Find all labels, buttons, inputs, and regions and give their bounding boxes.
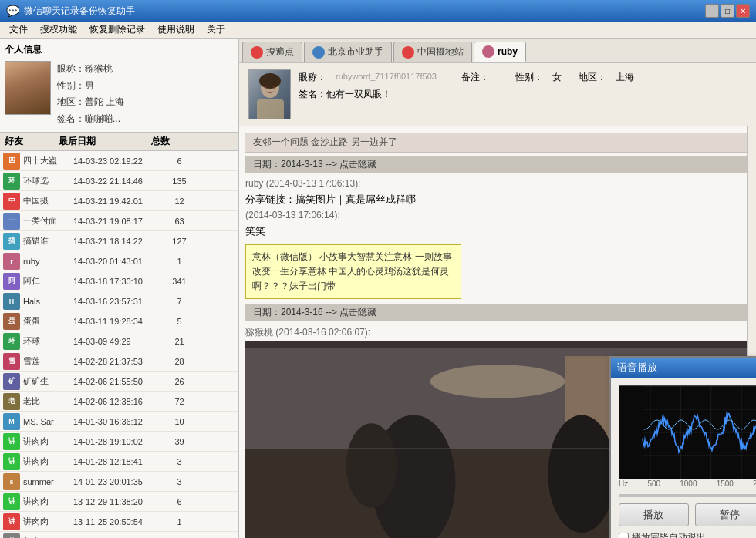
contact-nickname: rubyword_7117f80117f503 bbox=[336, 69, 437, 86]
friend-count: 6 bbox=[166, 156, 193, 166]
friend-name: 老比 bbox=[23, 395, 73, 407]
profile-avatar bbox=[5, 61, 51, 115]
tab-2[interactable]: 中国摄地站 bbox=[393, 42, 472, 62]
friend-count: 39 bbox=[166, 437, 193, 446]
tab-label-3: ruby bbox=[498, 46, 518, 57]
friend-name: Hals bbox=[23, 297, 73, 306]
play-button[interactable]: 播放 bbox=[619, 503, 689, 526]
date-separator-1[interactable]: 日期：2014-3-13 --> 点击隐藏 bbox=[245, 156, 750, 173]
friend-avatar: H bbox=[3, 293, 20, 310]
friend-avatar: 讲 bbox=[3, 513, 20, 530]
friend-row[interactable]: MMS. Sar14-01-30 16:36:1210 bbox=[0, 412, 238, 432]
friend-date: 14-01-28 12:18:41 bbox=[73, 457, 166, 466]
friend-row[interactable]: HHals14-03-16 23:57:317 bbox=[0, 291, 238, 311]
friend-name: 环球选 bbox=[23, 175, 73, 187]
friend-avatar: r bbox=[3, 253, 20, 270]
friend-link-bar: 友邻一个问题 金沙止路 另一边并了 bbox=[245, 133, 750, 153]
friend-row[interactable]: 矿矿矿生14-02-06 21:55:5026 bbox=[0, 372, 238, 392]
friend-row[interactable]: 老老比14-02-06 12:38:1672 bbox=[0, 392, 238, 412]
friend-avatar: 环 bbox=[3, 333, 20, 350]
profile-section: 个人信息 眼称：猕猴桃 性别：男 地区：普陀 上海 签名：嘣嘣嘣... bbox=[0, 39, 238, 133]
menu-restore[interactable]: 恢复删除记录 bbox=[83, 22, 151, 38]
friend-name: 讲肉肉 bbox=[23, 435, 73, 447]
menu-help[interactable]: 使用说明 bbox=[151, 22, 201, 38]
auto-close-checkbox-row: 播放完毕自动退出 bbox=[619, 531, 756, 538]
friend-name: 四十大盗 bbox=[23, 155, 73, 166]
friend-date: 14-03-18 17:30:10 bbox=[73, 277, 166, 286]
friend-row[interactable]: 阿阿仁14-03-18 17:30:10341 bbox=[0, 271, 238, 291]
menu-file[interactable]: 文件 bbox=[3, 22, 34, 38]
friend-avatar: 蛋 bbox=[3, 313, 20, 330]
friend-avatar: 老 bbox=[3, 393, 20, 410]
friend-name: 讲肉肉 bbox=[23, 516, 73, 527]
friend-row[interactable]: 讲讲肉肉13-11-25 20:50:541 bbox=[0, 512, 238, 532]
tab-icon-3 bbox=[482, 45, 494, 58]
pause-button[interactable]: 暂停 bbox=[695, 503, 757, 526]
friend-name: MS. Sar bbox=[23, 417, 73, 426]
friend-date: 14-02-06 21:55:50 bbox=[73, 377, 166, 386]
friend-row[interactable]: rruby14-03-20 01:43:011 bbox=[0, 251, 238, 271]
friend-date: 14-03-11 19:28:34 bbox=[73, 317, 166, 326]
friend-count: 1 bbox=[166, 517, 193, 526]
tab-0[interactable]: 搜遍点 bbox=[242, 42, 302, 62]
message-block-1: ruby (2014-03-13 17:06:13): 分享链接：搞笑图片｜真是… bbox=[245, 178, 750, 299]
friend-count: 10 bbox=[166, 417, 193, 426]
tab-3[interactable]: ruby bbox=[474, 42, 526, 62]
friend-row[interactable]: 环环球14-03-09 49:2921 bbox=[0, 331, 238, 351]
friend-avatar: M bbox=[3, 413, 20, 430]
friend-row[interactable]: 环环球选14-03-22 21:14:46135 bbox=[0, 171, 238, 191]
contact-signature: 他有一双凤眼！ bbox=[326, 89, 391, 99]
friend-name: 矿矿生 bbox=[23, 375, 73, 387]
friend-row[interactable]: 讲讲肉肉14-01-28 19:10:0239 bbox=[0, 432, 238, 452]
friend-name: 讲肉肉 bbox=[23, 456, 73, 467]
friend-avatar: 搞 bbox=[3, 233, 20, 250]
friend-row[interactable]: 一一类付面14-03-21 19:08:1763 bbox=[0, 211, 238, 231]
friend-count: 3 bbox=[166, 477, 193, 486]
friend-row[interactable]: 蛋蛋蛋14-03-11 19:28:345 bbox=[0, 311, 238, 331]
friend-row[interactable]: ssummer14-01-23 20:01:353 bbox=[0, 472, 238, 492]
message-sender-2: 猕猴桃 (2014-03-16 02:06:07): bbox=[245, 326, 750, 339]
svg-point-12 bbox=[346, 423, 397, 507]
friend-row[interactable]: 搞搞错谁14-03-21 18:14:22127 bbox=[0, 231, 238, 251]
svg-point-13 bbox=[548, 415, 615, 533]
friend-date: 14-01-23 20:01:35 bbox=[73, 477, 166, 486]
friend-avatar: 阿 bbox=[3, 273, 20, 290]
tab-1[interactable]: 北京市业助手 bbox=[304, 42, 392, 62]
friend-date: 14-03-16 23:57:31 bbox=[73, 297, 166, 306]
close-button[interactable]: ✕ bbox=[736, 4, 750, 18]
menu-auth[interactable]: 授权功能 bbox=[34, 22, 83, 38]
friend-date: 14-02-06 12:38:16 bbox=[73, 397, 166, 406]
friend-count: 12 bbox=[166, 197, 193, 206]
tab-label-1: 北京市业助手 bbox=[328, 45, 383, 59]
friend-date: 14-02-28 21:37:53 bbox=[73, 357, 166, 366]
minimize-button[interactable]: — bbox=[705, 4, 719, 18]
svg-rect-14 bbox=[245, 341, 750, 348]
audio-slider[interactable] bbox=[619, 494, 756, 497]
tabs-bar: 搜遍点北京市业助手中国摄地站ruby bbox=[239, 39, 756, 63]
contact-info-bar: 眼称：rubyword_7117f80117f503 备注： 性别：女 地区：上… bbox=[239, 63, 756, 126]
maximize-button[interactable]: □ bbox=[721, 4, 734, 18]
date-separator-2[interactable]: 日期：2014-3-16 --> 点击隐藏 bbox=[245, 304, 750, 321]
friend-date: 14-03-23 02:19:22 bbox=[73, 156, 166, 166]
friend-count: 3 bbox=[166, 457, 193, 466]
friend-date: 14-03-22 21:14:46 bbox=[73, 177, 166, 186]
message-content-1: 分享链接：搞笑图片｜真是屌丝成群哪 bbox=[245, 190, 750, 210]
friend-count: 63 bbox=[166, 217, 193, 226]
auto-close-checkbox[interactable] bbox=[619, 533, 629, 538]
friend-row[interactable]: 四四十大盗14-03-23 02:19:226 bbox=[0, 151, 238, 171]
title-bar: 💬 微信聊天记录备份恢复助手 — □ ✕ bbox=[0, 0, 756, 22]
friend-name: 中国摄 bbox=[23, 195, 73, 207]
friend-row[interactable]: 中中国摄14-03-21 19:42:0112 bbox=[0, 191, 238, 211]
friend-row[interactable]: 讲讲肉肉14-01-28 12:18:413 bbox=[0, 452, 238, 472]
audio-slider-row bbox=[619, 494, 756, 497]
tab-icon-0 bbox=[251, 46, 263, 59]
friend-row[interactable]: 讲讲肉肉13-12-29 11:38:206 bbox=[0, 492, 238, 512]
friend-date: 14-03-09 49:29 bbox=[73, 337, 166, 346]
friend-name: summer bbox=[23, 477, 73, 486]
menu-about[interactable]: 关于 bbox=[201, 22, 231, 38]
friend-row[interactable]: 雪雪莲14-02-28 21:37:5328 bbox=[0, 351, 238, 372]
friend-row[interactable]: 某某人0 bbox=[0, 532, 238, 538]
left-panel: 个人信息 眼称：猕猴桃 性别：男 地区：普陀 上海 签名：嘣嘣嘣... 好友 最… bbox=[0, 39, 239, 538]
message-sender-1b: (2014-03-13 17:06:14): bbox=[245, 210, 750, 220]
friend-date: 14-03-20 01:43:01 bbox=[73, 257, 166, 266]
